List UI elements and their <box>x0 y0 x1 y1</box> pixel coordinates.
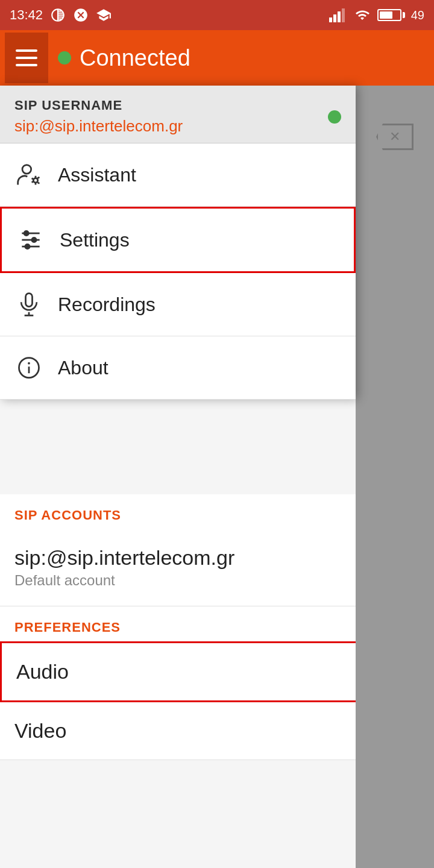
signal-icon <box>329 8 347 22</box>
video-item-left: Video <box>14 719 66 743</box>
sip-username-label: SIP USERNAME <box>14 98 122 113</box>
menu-item-assistant[interactable]: Assistant <box>0 143 356 207</box>
audio-item-left: Audio <box>16 660 69 684</box>
status-time: 13:42 <box>10 7 43 23</box>
circle-x-icon <box>73 7 89 23</box>
audio-item-title: Audio <box>16 660 69 684</box>
status-bar: 13:42 49 <box>0 0 434 30</box>
svg-point-5 <box>33 178 37 183</box>
svg-point-10 <box>32 237 36 242</box>
assistant-label: Assistant <box>58 164 136 186</box>
recordings-label: Recordings <box>58 294 156 316</box>
sliders-icon <box>16 225 45 254</box>
svg-point-9 <box>24 231 28 235</box>
menu-item-recordings[interactable]: Recordings <box>0 273 356 336</box>
microphone-icon <box>14 290 43 319</box>
right-panel-backspace: ✕ <box>368 122 422 152</box>
wifi-icon <box>353 8 371 22</box>
sip-status-dot <box>328 110 341 124</box>
svg-rect-2 <box>338 11 341 22</box>
right-panel: ✕ <box>356 86 434 868</box>
menu-item-settings[interactable]: Settings <box>0 207 356 273</box>
about-label: About <box>58 357 108 379</box>
connection-status: Connected <box>58 45 190 71</box>
connected-dot <box>58 51 71 64</box>
svg-rect-3 <box>342 8 345 22</box>
hat-icon <box>96 7 112 23</box>
svg-point-4 <box>22 165 31 174</box>
sip-account-1-left: sip:@sip.intertelecom.gr Default account <box>14 546 234 589</box>
video-item-title: Video <box>14 719 66 743</box>
preferences-title: PREFERENCES <box>14 620 121 635</box>
top-bar: Connected <box>0 30 434 86</box>
vpn-icon <box>50 7 66 23</box>
settings-label: Settings <box>60 229 130 251</box>
sip-header: SIP USERNAME sip:@sip.intertelecom.gr <box>0 86 356 143</box>
sip-accounts-title: SIP ACCOUNTS <box>14 508 121 523</box>
info-circle-icon <box>14 353 43 382</box>
hamburger-line-1 <box>16 49 37 52</box>
status-bar-left: 13:42 <box>10 7 112 23</box>
hamburger-line-2 <box>16 57 37 59</box>
svg-rect-1 <box>333 14 336 22</box>
battery-indicator <box>377 9 405 21</box>
menu-item-about[interactable]: About <box>0 336 356 400</box>
battery-level: 49 <box>411 8 424 22</box>
user-gear-icon <box>14 160 43 189</box>
sip-account-1-address: sip:@sip.intertelecom.gr <box>14 546 234 570</box>
sip-header-left: SIP USERNAME sip:@sip.intertelecom.gr <box>14 98 183 136</box>
status-bar-right: 49 <box>329 8 424 22</box>
hamburger-button[interactable] <box>5 33 48 83</box>
sip-account-1-subtitle: Default account <box>14 572 234 589</box>
svg-rect-0 <box>329 17 332 22</box>
sip-address[interactable]: sip:@sip.intertelecom.gr <box>14 117 183 136</box>
drawer: SIP USERNAME sip:@sip.intertelecom.gr As… <box>0 86 356 400</box>
svg-rect-12 <box>26 294 33 307</box>
backspace-shape2: ✕ <box>376 124 414 150</box>
connected-label: Connected <box>80 45 190 71</box>
svg-point-11 <box>25 244 30 248</box>
hamburger-line-3 <box>16 64 37 66</box>
